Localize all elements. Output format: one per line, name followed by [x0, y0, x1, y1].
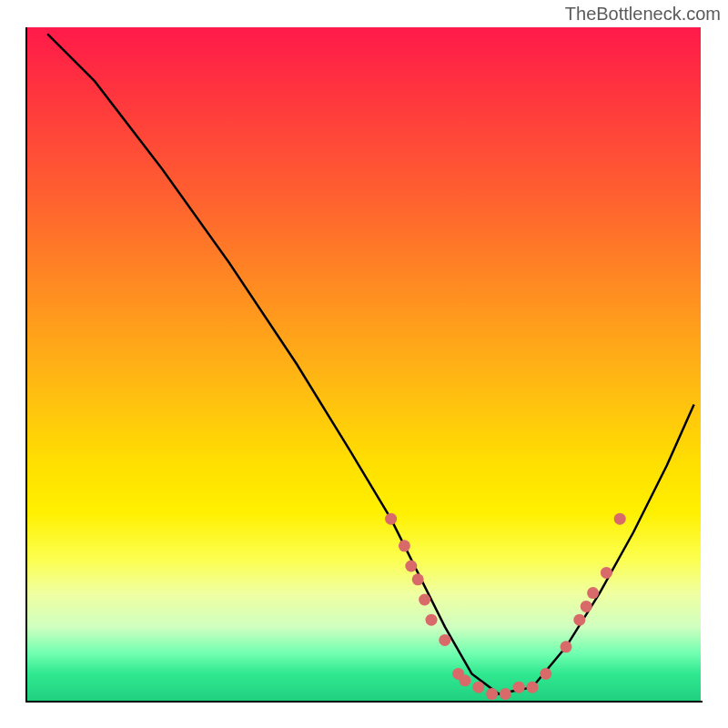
data-point	[439, 634, 450, 646]
data-point	[412, 573, 424, 585]
data-point	[581, 601, 592, 612]
data-point	[419, 594, 430, 606]
data-point	[601, 567, 612, 579]
data-point	[460, 674, 471, 686]
data-point	[500, 688, 511, 700]
data-point	[385, 513, 397, 525]
data-point	[405, 561, 417, 572]
x-axis	[25, 701, 703, 703]
data-point	[472, 682, 484, 693]
data-point	[486, 688, 498, 700]
data-point	[587, 587, 599, 599]
chart-container: TheBottleneck.com	[0, 0, 728, 728]
data-points	[385, 513, 626, 700]
data-point	[540, 668, 551, 680]
data-point	[426, 614, 438, 626]
chart-svg	[27, 27, 701, 701]
data-point	[561, 641, 572, 652]
data-point	[573, 614, 585, 626]
data-point	[527, 682, 539, 693]
data-point	[513, 682, 525, 693]
watermark-text: TheBottleneck.com	[565, 4, 721, 25]
data-point	[399, 540, 410, 551]
data-point	[614, 513, 626, 525]
